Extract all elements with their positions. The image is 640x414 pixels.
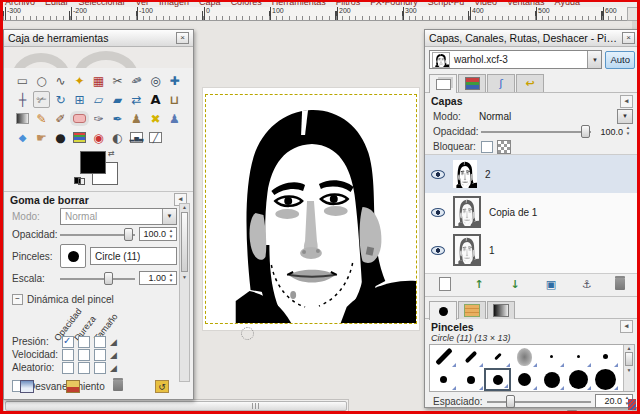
menu-item[interactable]: Herramientas: [272, 0, 326, 7]
brush-name-field[interactable]: Circle (11): [90, 247, 177, 265]
close-icon[interactable]: ×: [176, 32, 189, 44]
hue-saturation-tool[interactable]: ◐: [109, 129, 126, 146]
layer-row-2[interactable]: 2: [425, 155, 639, 193]
spacing-slider[interactable]: [487, 395, 591, 408]
menu-item[interactable]: Video: [474, 0, 497, 7]
image-select[interactable]: warhol.xcf-3 ▼: [429, 50, 602, 69]
menu-item[interactable]: FX-Foundry: [370, 0, 418, 7]
brush-circle-7[interactable]: [430, 368, 457, 391]
airbrush-tool[interactable]: ✑: [90, 110, 107, 127]
tab-rutas[interactable]: ʃ: [487, 74, 515, 92]
pressure-hardness-checkbox[interactable]: [78, 336, 90, 348]
fuzzy-select-tool[interactable]: ✦: [71, 72, 88, 89]
canvas-horizontal-scrollbar[interactable]: [3, 399, 349, 413]
rect-select-tool[interactable]: ▭: [14, 72, 31, 89]
menu-item[interactable]: Colores: [231, 0, 262, 7]
lower-layer-button[interactable]: ↓: [507, 277, 523, 291]
brush-stroke-small[interactable]: [484, 345, 511, 368]
curves-tool[interactable]: ╱: [149, 132, 162, 143]
save-tool-options-button[interactable]: [20, 380, 34, 393]
random-opacity-checkbox[interactable]: [62, 362, 74, 374]
horizontal-ruler[interactable]: -300-200-1000100200300400500600: [3, 7, 637, 21]
align-tool[interactable]: ┼: [14, 91, 31, 108]
restore-tool-options-button[interactable]: [66, 380, 80, 393]
shear-tool[interactable]: ▱: [90, 91, 107, 108]
scissors-select-tool[interactable]: ✂: [109, 72, 126, 89]
auto-button[interactable]: Auto: [605, 51, 635, 69]
tab-degradados[interactable]: [487, 301, 515, 319]
tab-deshacer[interactable]: ↩: [516, 74, 544, 92]
move-tool[interactable]: ✚: [166, 72, 183, 89]
menu-item[interactable]: Seleccionar: [79, 0, 126, 7]
menu-item[interactable]: Capa: [199, 0, 221, 7]
visibility-eye-icon[interactable]: [431, 208, 445, 217]
brush-dot-1[interactable]: [538, 345, 565, 368]
toolbox-titlebar[interactable]: Caja de herramientas ×: [4, 30, 193, 47]
layer-mode-select[interactable]: Normal ▼: [475, 109, 633, 124]
menu-item[interactable]: Ver: [136, 0, 150, 7]
swap-colors-icon[interactable]: ⇄: [108, 149, 115, 158]
brush-dot-3[interactable]: [592, 345, 619, 368]
color-picker-tool[interactable]: ✎: [125, 69, 148, 92]
brush-preview-button[interactable]: [60, 244, 86, 268]
brush-circle-15[interactable]: [538, 368, 565, 391]
velocity-opacity-checkbox[interactable]: [62, 349, 74, 361]
layer-opacity-slider[interactable]: [481, 125, 591, 138]
duplicate-layer-button[interactable]: ▣: [543, 277, 559, 291]
layer-name[interactable]: 2: [485, 169, 491, 180]
flip-tool[interactable]: ⇄: [128, 91, 145, 108]
foreground-color-swatch[interactable]: [80, 151, 106, 174]
eraser-tool-selected[interactable]: [73, 114, 86, 123]
perspective-tool[interactable]: ▰: [109, 91, 126, 108]
tab-canales[interactable]: [458, 74, 486, 92]
reset-tool-options-button[interactable]: ↺: [155, 380, 169, 393]
ellipse-select-tool[interactable]: ○: [33, 72, 50, 89]
pressure-opacity-checkbox[interactable]: [62, 336, 74, 348]
brush-stroke-medium[interactable]: [457, 345, 484, 368]
ink-tool[interactable]: ✒: [109, 110, 126, 127]
pressure-size-checkbox[interactable]: [94, 336, 106, 348]
tab-capas[interactable]: [429, 74, 457, 93]
window-resize-grip[interactable]: [628, 399, 636, 410]
default-colors-icon[interactable]: [74, 177, 85, 186]
scale-spinner[interactable]: 1.00▲▼: [139, 271, 177, 285]
collapse-icon[interactable]: ◂: [620, 95, 633, 108]
heal-tool[interactable]: ✖: [147, 110, 164, 127]
mode-select[interactable]: Normal ▼: [60, 208, 177, 225]
menu-item[interactable]: Editar: [45, 0, 69, 7]
menu-item[interactable]: Archivo: [5, 0, 35, 7]
menu-item[interactable]: Filtros: [336, 0, 361, 7]
layer-opacity-spinner[interactable]: 100.0▲▼: [595, 125, 633, 139]
tab-pinceles[interactable]: [429, 301, 457, 320]
levels-tool[interactable]: ▂▅▃: [130, 132, 143, 143]
zoom-tool[interactable]: ◎: [147, 72, 164, 89]
menu-item[interactable]: Ayuda: [555, 0, 580, 7]
crop-tool[interactable]: ✃: [33, 91, 50, 108]
dock-titlebar[interactable]: Capas, Canales, Rutas, Deshacer - Pincel…: [425, 30, 639, 47]
menu-item[interactable]: Ventanas: [507, 0, 545, 7]
brush-grid-scrollbar[interactable]: ▲▼: [623, 345, 634, 391]
raise-layer-button[interactable]: ↑: [471, 277, 487, 291]
layer-row-1[interactable]: 1: [425, 231, 639, 269]
image-canvas[interactable]: [203, 88, 419, 330]
gradient-tool[interactable]: [16, 113, 29, 124]
clone-tool[interactable]: ♟: [128, 110, 145, 127]
opacity-spinner[interactable]: 100.0▲▼: [139, 227, 177, 241]
select-by-color-tool[interactable]: ▦: [90, 72, 107, 89]
color-balance-tool[interactable]: ◉: [90, 129, 107, 146]
scale-slider[interactable]: [60, 272, 135, 285]
tool-options-scrollbar[interactable]: ▲▼: [179, 203, 190, 382]
anchor-layer-button[interactable]: ⚓: [579, 277, 595, 291]
paintbrush-tool[interactable]: ✐: [52, 110, 69, 127]
layer-name[interactable]: 1: [489, 245, 495, 256]
close-icon[interactable]: ×: [622, 32, 635, 44]
free-select-tool[interactable]: ∿: [52, 72, 69, 89]
visibility-eye-icon[interactable]: [431, 246, 445, 255]
smudge-tool[interactable]: ☛: [33, 129, 50, 146]
brush-circle-17[interactable]: [565, 368, 592, 391]
layer-row-copia-de-1[interactable]: Copia de 1: [425, 193, 639, 231]
velocity-hardness-checkbox[interactable]: [78, 349, 90, 361]
brush-stroke-large[interactable]: [430, 345, 457, 368]
scale-tool[interactable]: ⊞: [71, 91, 88, 108]
opacity-slider[interactable]: [60, 228, 135, 241]
